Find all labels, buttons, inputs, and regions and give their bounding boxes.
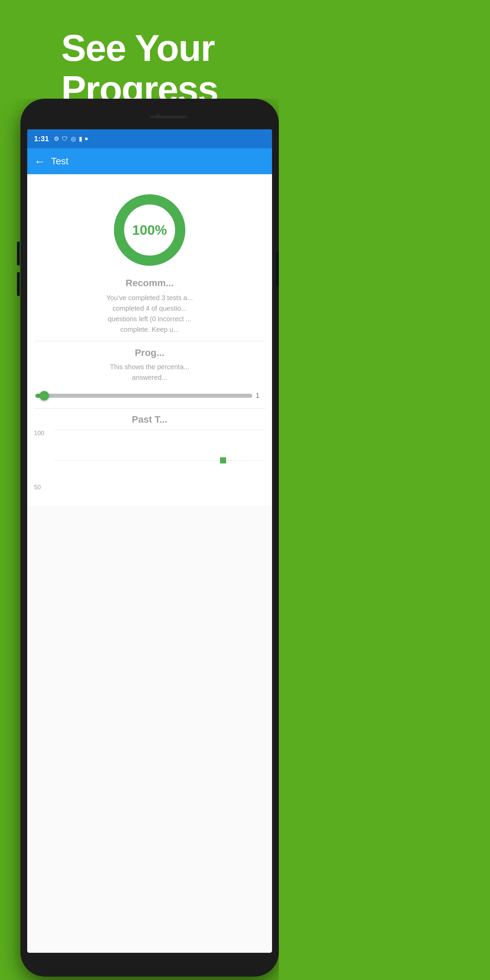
progress-slider-row: 1 [34, 388, 265, 403]
power-button[interactable] [276, 252, 279, 286]
vol-up-button[interactable] [17, 242, 20, 266]
past-tests-title: Past T... [34, 414, 265, 425]
hero-text: See Your Progress [61, 27, 218, 110]
slider-track[interactable] [35, 394, 252, 398]
screen-content: 100% Recomm... You've completed 3 tests … [27, 174, 272, 506]
recommendation-body: You've completed 3 tests a... completed … [34, 293, 265, 335]
progress-description: This shows the percenta... answered... [34, 362, 265, 383]
donut-chart-container: 100% [34, 182, 265, 278]
phone-screen: 1:31 ⚙ 🛡 ◎ ▮ ← Test [27, 129, 272, 953]
divider-2 [34, 408, 265, 409]
chart-area: 100 50 [34, 430, 265, 498]
grid-line-top [54, 430, 265, 430]
chart-dot [220, 457, 226, 463]
app-bar: ← Test [27, 148, 272, 174]
shield-icon: 🛡 [62, 135, 68, 143]
chart-y-axis: 100 50 [34, 430, 44, 491]
donut-chart: 100% [109, 189, 190, 271]
gear-icon: ⚙ [54, 135, 59, 143]
donut-percentage: 100% [132, 223, 167, 238]
phone-mockup: 1:31 ⚙ 🛡 ◎ ▮ ← Test [0, 99, 279, 980]
status-time: 1:31 [34, 134, 49, 143]
at-icon: ◎ [71, 135, 76, 143]
vol-down-button[interactable] [17, 272, 20, 296]
divider-1 [34, 341, 265, 341]
grid-line-mid [54, 460, 265, 461]
battery-icon: ▮ [79, 135, 82, 143]
hero-line1: See Your [61, 27, 218, 68]
slider-thumb[interactable] [40, 391, 49, 401]
dot-icon [85, 137, 88, 140]
phone-shell: 1:31 ⚙ 🛡 ◎ ▮ ← Test [21, 99, 279, 977]
app-bar-title: Test [51, 156, 265, 167]
phone-speaker [150, 116, 187, 118]
y-label-50: 50 [34, 484, 44, 491]
y-label-100: 100 [34, 430, 44, 437]
chart-content [54, 430, 265, 491]
status-icons: ⚙ 🛡 ◎ ▮ [54, 135, 88, 143]
status-bar: 1:31 ⚙ 🛡 ◎ ▮ [27, 129, 272, 148]
progress-section-title: Prog... [34, 347, 265, 358]
recommendation-title: Recomm... [34, 278, 265, 288]
slider-value: 1 [256, 392, 264, 399]
back-button[interactable]: ← [34, 155, 46, 168]
